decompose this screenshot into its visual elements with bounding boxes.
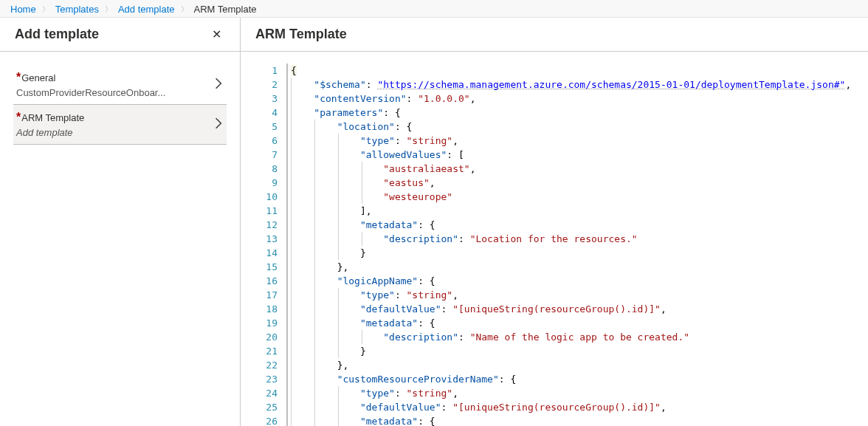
- code-token: ,: [661, 303, 666, 315]
- required-mark: *: [16, 111, 21, 123]
- code-area[interactable]: { "$schema": "https://schema.management.…: [286, 63, 868, 426]
- line-number: 11: [255, 204, 278, 218]
- code-token: }: [360, 346, 366, 357]
- breadcrumb-home[interactable]: Home: [10, 4, 36, 15]
- chevron-right-icon: 〉: [105, 4, 112, 15]
- code-token: :: [418, 219, 430, 230]
- left-blade-title: Add template: [15, 27, 99, 42]
- code-token: "[uniqueString(resourceGroup().id)]": [452, 402, 661, 413]
- code-token: "eastus": [383, 177, 430, 188]
- line-number: 2: [255, 78, 278, 92]
- code-token: "location": [337, 121, 395, 132]
- code-token: {: [395, 107, 401, 118]
- code-line[interactable]: "metadata": {: [288, 414, 868, 426]
- code-line[interactable]: "australiaeast",: [288, 162, 868, 176]
- code-line[interactable]: "eastus",: [288, 176, 868, 190]
- code-token: "description": [383, 233, 458, 244]
- code-token: "string": [407, 289, 453, 300]
- code-token: :: [418, 416, 430, 426]
- code-line[interactable]: },: [288, 260, 868, 274]
- code-token: ,: [452, 388, 458, 399]
- line-number: 20: [255, 330, 278, 344]
- code-token: "metadata": [360, 416, 418, 426]
- code-token: "defaultValue": [360, 402, 441, 413]
- line-number: 10: [255, 190, 278, 204]
- code-line[interactable]: }: [288, 246, 868, 260]
- code-line[interactable]: "contentVersion": "1.0.0.0",: [288, 92, 868, 106]
- required-mark: *: [16, 71, 21, 83]
- code-line[interactable]: "$schema": "https://schema.management.az…: [288, 78, 868, 92]
- code-line[interactable]: }: [288, 344, 868, 358]
- line-number: 4: [255, 106, 278, 120]
- code-line[interactable]: "customResourceProviderName": {: [288, 372, 868, 386]
- code-line[interactable]: "allowedValues": [: [288, 148, 868, 162]
- code-line[interactable]: {: [288, 63, 868, 78]
- code-line[interactable]: "parameters": {: [288, 106, 868, 120]
- code-line[interactable]: },: [288, 358, 868, 372]
- code-token: ,: [661, 402, 666, 413]
- code-token: "logicAppName": [337, 275, 418, 286]
- code-token: :: [441, 303, 453, 315]
- code-token: "https://schema.management.azure.com/sch…: [377, 79, 845, 90]
- code-token: "metadata": [360, 219, 418, 230]
- code-token: "customResourceProviderName": [337, 374, 499, 385]
- step-label: ARM Template: [21, 112, 84, 123]
- code-line[interactable]: "logicAppName": {: [288, 274, 868, 288]
- line-number: 9: [255, 176, 278, 190]
- code-line[interactable]: "metadata": {: [288, 316, 868, 330]
- code-token: {: [407, 121, 413, 132]
- line-number: 6: [255, 134, 278, 148]
- code-token: :: [395, 121, 407, 132]
- code-line[interactable]: "westeurope": [288, 190, 868, 204]
- code-token: {: [430, 275, 435, 286]
- step-label: General: [21, 72, 55, 83]
- code-line[interactable]: "defaultValue": "[uniqueString(resourceG…: [288, 400, 868, 414]
- step-arm-template[interactable]: *ARM Template Add template: [13, 105, 227, 145]
- line-number: 3: [255, 92, 278, 106]
- line-number: 8: [255, 162, 278, 176]
- code-line[interactable]: "type": "string",: [288, 134, 868, 148]
- close-icon[interactable]: [212, 28, 225, 41]
- line-number: 13: [255, 232, 278, 246]
- line-number: 12: [255, 218, 278, 232]
- breadcrumb-current: ARM Template: [194, 4, 257, 15]
- step-general[interactable]: *General CustomProviderResourceOnboar...: [13, 65, 227, 105]
- right-blade-header: ARM Template: [241, 18, 868, 52]
- line-number: 16: [255, 274, 278, 288]
- line-number: 25: [255, 400, 278, 414]
- root: Home 〉 Templates 〉 Add template 〉 ARM Te…: [0, 0, 868, 426]
- chevron-right-icon: [215, 117, 222, 132]
- code-token: :: [407, 93, 418, 104]
- code-token: {: [291, 65, 297, 76]
- code-token: ,: [430, 177, 435, 188]
- editor-wrapper: 1234567891011121314151617181920212223242…: [241, 52, 868, 426]
- main-area: Add template *General CustomProviderReso…: [0, 18, 868, 426]
- code-line[interactable]: "location": {: [288, 120, 868, 134]
- code-token: "contentVersion": [314, 93, 406, 104]
- code-token: :: [499, 374, 511, 385]
- code-line[interactable]: "type": "string",: [288, 288, 868, 302]
- code-line[interactable]: "type": "string",: [288, 386, 868, 400]
- code-line[interactable]: ],: [288, 204, 868, 218]
- code-token: :: [418, 275, 430, 286]
- line-number: 26: [255, 414, 278, 426]
- line-number: 21: [255, 344, 278, 358]
- code-token: "westeurope": [383, 191, 452, 202]
- code-token: {: [430, 416, 435, 426]
- line-number: 23: [255, 372, 278, 386]
- code-token: :: [383, 107, 395, 118]
- step-sub: Add template: [16, 124, 224, 138]
- code-token: "metadata": [360, 317, 418, 329]
- code-line[interactable]: "metadata": {: [288, 218, 868, 232]
- line-number: 24: [255, 386, 278, 400]
- code-line[interactable]: "defaultValue": "[uniqueString(resourceG…: [288, 302, 868, 316]
- code-line[interactable]: "description": "Location for the resourc…: [288, 232, 868, 246]
- step-sub: CustomProviderResourceOnboar...: [16, 84, 224, 98]
- code-line[interactable]: "description": "Name of the logic app to…: [288, 330, 868, 344]
- line-gutter: 1234567891011121314151617181920212223242…: [255, 63, 286, 426]
- code-editor[interactable]: 1234567891011121314151617181920212223242…: [255, 63, 868, 426]
- breadcrumb-add-template[interactable]: Add template: [118, 4, 175, 15]
- line-number: 17: [255, 288, 278, 302]
- breadcrumb-templates[interactable]: Templates: [55, 4, 99, 15]
- line-number: 14: [255, 246, 278, 260]
